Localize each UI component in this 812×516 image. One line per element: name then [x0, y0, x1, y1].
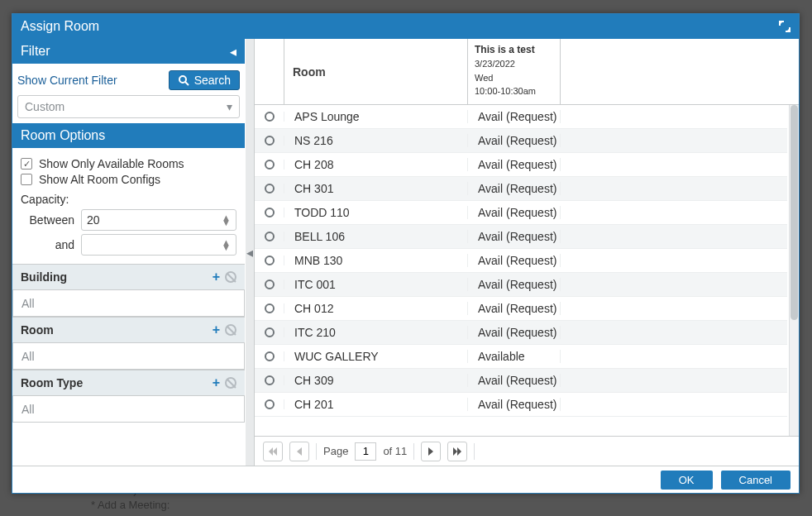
last-page-button[interactable]	[447, 442, 467, 461]
table-row[interactable]: CH 301Avail (Request)	[255, 177, 787, 201]
availability-cell: Avail (Request)	[468, 254, 561, 267]
exclude-icon[interactable]	[225, 377, 236, 389]
modal-titlebar: Assign Room	[12, 14, 799, 39]
prev-page-button[interactable]	[289, 442, 309, 461]
room-cell: CH 301	[284, 182, 468, 195]
row-radio[interactable]	[255, 184, 284, 194]
room-cell: ITC 210	[284, 326, 468, 339]
availability-cell: Avail (Request)	[468, 374, 561, 387]
room-cell: MNB 130	[284, 254, 468, 267]
filter-panel: Filter ◂ Show Current Filter Search Cust…	[12, 39, 246, 466]
room-filter-input[interactable]: All	[12, 343, 245, 370]
spinner-icon[interactable]: ▲▼	[222, 240, 231, 250]
table-row[interactable]: APS LoungeAvail (Request)	[255, 105, 787, 129]
first-page-button[interactable]	[263, 442, 283, 461]
show-only-available-checkbox[interactable]: ✓	[21, 158, 32, 170]
grid-pager: Page of 11	[255, 437, 799, 466]
building-filter-header[interactable]: Building +	[12, 264, 245, 290]
filter-header[interactable]: Filter ◂	[12, 39, 245, 64]
add-icon[interactable]: +	[213, 322, 220, 337]
room-cell: CH 012	[284, 302, 468, 315]
table-row[interactable]: CH 309Avail (Request)	[255, 369, 787, 393]
filter-preset-select[interactable]: Custom ▾	[17, 95, 240, 118]
room-cell: NS 216	[284, 134, 468, 147]
meeting-column-header[interactable]: This is a test 3/23/2022 Wed 10:00-10:30…	[468, 39, 561, 104]
row-radio[interactable]	[255, 327, 284, 337]
row-radio[interactable]	[255, 280, 284, 289]
assign-room-modal: Assign Room Filter ◂ Show Current Filter…	[12, 13, 800, 494]
and-label: and	[21, 238, 74, 251]
row-radio[interactable]	[255, 303, 284, 313]
add-icon[interactable]: +	[213, 375, 220, 390]
page-total-label: of 11	[383, 445, 407, 457]
table-row[interactable]: CH 201Avail (Request)	[255, 393, 787, 417]
table-row[interactable]: BELL 106Avail (Request)	[255, 225, 787, 249]
availability-cell: Avail (Request)	[468, 398, 561, 411]
show-alt-configs-checkbox[interactable]	[21, 174, 32, 185]
svg-point-0	[179, 76, 186, 83]
room-column-header[interactable]: Room	[284, 39, 468, 104]
room-cell: CH 208	[284, 158, 468, 171]
room-grid-body: APS LoungeAvail (Request)NS 216Avail (Re…	[255, 105, 787, 436]
spinner-icon[interactable]: ▲▼	[222, 215, 231, 225]
show-only-available-label: Show Only Available Rooms	[39, 157, 184, 170]
search-button-label: Search	[194, 74, 231, 87]
capacity-label: Capacity:	[21, 193, 236, 206]
availability-cell: Avail (Request)	[468, 158, 561, 171]
vertical-scrollbar[interactable]	[789, 105, 799, 436]
ok-button[interactable]: OK	[661, 471, 713, 490]
modal-title: Assign Room	[21, 19, 99, 34]
room-options-header[interactable]: Room Options	[12, 123, 245, 148]
room-cell: APS Lounge	[284, 110, 468, 123]
table-row[interactable]: NS 216Avail (Request)	[255, 129, 787, 153]
table-row[interactable]: WUC GALLERYAvailable	[255, 345, 787, 369]
chevron-down-icon: ▾	[227, 100, 232, 113]
table-row[interactable]: ITC 001Avail (Request)	[255, 273, 787, 297]
availability-cell: Avail (Request)	[468, 206, 561, 219]
capacity-min-input[interactable]: 20 ▲▼	[81, 209, 236, 231]
room-type-filter-input[interactable]: All	[12, 396, 245, 423]
row-radio[interactable]	[255, 351, 284, 361]
page-label: Page	[323, 445, 348, 457]
row-radio[interactable]	[255, 256, 284, 265]
table-row[interactable]: ITC 210Avail (Request)	[255, 321, 787, 345]
room-type-filter-header[interactable]: Room Type +	[12, 370, 245, 396]
row-radio[interactable]	[255, 375, 284, 385]
row-radio[interactable]	[255, 136, 284, 146]
expand-icon[interactable]	[779, 21, 791, 32]
table-row[interactable]: MNB 130Avail (Request)	[255, 249, 787, 273]
table-row[interactable]: CH 012Avail (Request)	[255, 297, 787, 321]
page-number-input[interactable]	[355, 442, 376, 461]
collapse-left-icon[interactable]: ◂	[230, 44, 236, 60]
room-cell: CH 201	[284, 398, 468, 411]
scrollbar-thumb[interactable]	[791, 105, 798, 320]
availability-cell: Avail (Request)	[468, 278, 561, 291]
row-radio[interactable]	[255, 232, 284, 241]
room-cell: BELL 106	[284, 230, 468, 243]
collapse-panel-handle[interactable]: ◂	[246, 39, 255, 466]
table-row[interactable]: TODD 110Avail (Request)	[255, 201, 787, 225]
exclude-icon[interactable]	[225, 271, 236, 283]
show-current-filter-link[interactable]: Show Current Filter	[17, 74, 117, 87]
room-cell: ITC 001	[284, 278, 468, 291]
building-filter-input[interactable]: All	[12, 290, 245, 317]
add-icon[interactable]: +	[213, 270, 220, 284]
row-radio[interactable]	[255, 399, 284, 409]
availability-cell: Avail (Request)	[468, 110, 561, 123]
row-radio[interactable]	[255, 160, 284, 170]
next-page-button[interactable]	[421, 442, 441, 461]
availability-cell: Avail (Request)	[468, 230, 561, 243]
show-alt-configs-label: Show Alt Room Configs	[39, 173, 160, 186]
exclude-icon[interactable]	[225, 324, 236, 336]
cancel-button[interactable]: Cancel	[721, 471, 791, 490]
row-radio[interactable]	[255, 208, 284, 217]
row-radio[interactable]	[255, 112, 284, 122]
capacity-max-input[interactable]: ▲▼	[81, 234, 236, 256]
select-column-header	[255, 39, 284, 104]
availability-cell: Available	[468, 350, 561, 363]
room-filter-header[interactable]: Room +	[12, 317, 245, 343]
availability-cell: Avail (Request)	[468, 326, 561, 339]
availability-cell: Avail (Request)	[468, 182, 561, 195]
table-row[interactable]: CH 208Avail (Request)	[255, 153, 787, 177]
search-button[interactable]: Search	[169, 70, 240, 90]
